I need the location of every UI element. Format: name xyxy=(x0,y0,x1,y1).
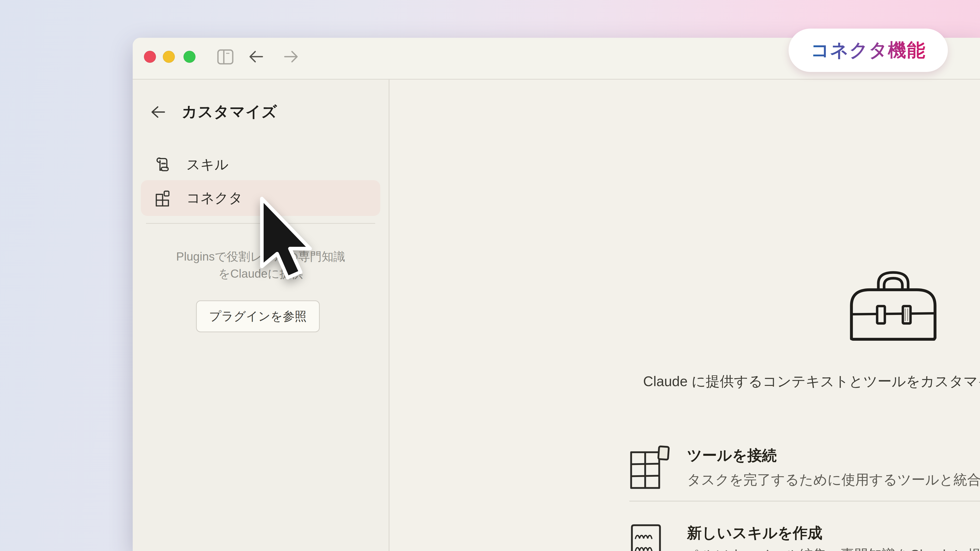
scroll-icon xyxy=(153,156,169,173)
mouse-cursor xyxy=(259,196,318,283)
browse-plugins-button[interactable]: プラグインを参照 xyxy=(196,300,320,332)
sidebar-item-label: コネクタ xyxy=(186,189,243,207)
page-title: カスタマイズ xyxy=(182,102,277,122)
app-window: カスタマイズ スキル xyxy=(133,38,980,551)
scribble-document-icon xyxy=(630,523,669,551)
feature-badge: コネクタ機能 xyxy=(789,29,948,72)
arrow-left-icon[interactable] xyxy=(151,105,165,119)
close-button[interactable] xyxy=(144,51,156,63)
main-item-description: ペルソナ、メール編集、専門知識をClaudeに提供 xyxy=(687,546,980,551)
desktop-background: カスタマイズ スキル xyxy=(0,0,980,551)
main-item-title: ツールを接続 xyxy=(687,446,777,465)
main-heading: Claude に提供するコンテキストとツールをカスタマイズ xyxy=(643,372,980,391)
feature-badge-label: コネクタ機能 xyxy=(811,38,926,62)
settings-sidebar: カスタマイズ スキル xyxy=(133,80,390,551)
minimize-button[interactable] xyxy=(163,51,175,63)
sidebar-toggle-icon[interactable] xyxy=(217,49,234,65)
main-item-description: タスクを完了するために使用するツールと統合を追加 xyxy=(687,471,980,489)
blocks-icon xyxy=(153,190,169,207)
grid-blocks-icon xyxy=(630,444,671,489)
toolbox-icon xyxy=(842,263,944,344)
forward-arrow-icon[interactable] xyxy=(283,49,299,64)
zoom-button[interactable] xyxy=(183,51,196,63)
list-divider xyxy=(629,501,980,502)
back-arrow-icon[interactable] xyxy=(248,49,264,64)
sidebar-item-skills[interactable]: スキル xyxy=(141,148,380,181)
sidebar-item-label: スキル xyxy=(186,155,229,174)
sidebar-header: カスタマイズ xyxy=(151,102,277,122)
main-item-title: 新しいスキルを作成 xyxy=(687,523,822,543)
